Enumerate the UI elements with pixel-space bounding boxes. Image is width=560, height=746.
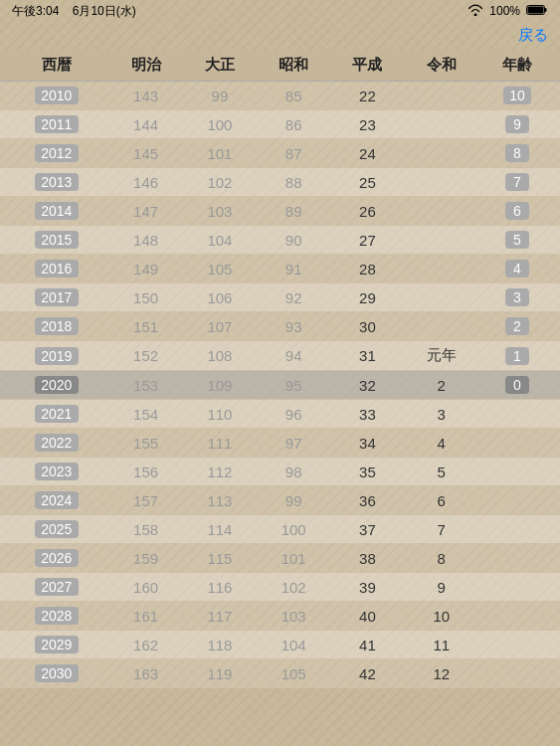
cell-year: 2030 <box>0 659 108 688</box>
cell-year: 2018 <box>0 312 108 341</box>
table-row: 2026159115101388 <box>0 544 560 573</box>
cell-heisei: 31 <box>330 341 404 371</box>
cell-year: 2024 <box>0 486 108 515</box>
table-row: 20191521089431元年1 <box>0 341 560 371</box>
table-row: 20301631191054212 <box>0 659 560 688</box>
cell-year: 2021 <box>0 400 108 429</box>
cell-heisei: 37 <box>330 515 404 544</box>
cell-heisei: 41 <box>330 631 404 659</box>
cell-heisei: 25 <box>330 168 404 197</box>
cell-showa: 96 <box>257 400 330 429</box>
table-row: 202115411096333 <box>0 400 560 429</box>
cell-taisho: 111 <box>183 429 257 458</box>
cell-year: 2011 <box>0 110 108 139</box>
cell-reiwa: 7 <box>405 515 478 544</box>
cell-taisho: 99 <box>183 82 257 110</box>
cell-age <box>478 631 560 659</box>
cell-age: 4 <box>478 255 560 283</box>
cell-reiwa: 4 <box>405 429 478 458</box>
cell-showa: 97 <box>257 429 330 458</box>
cell-taisho: 110 <box>183 400 257 429</box>
cell-taisho: 103 <box>183 197 257 226</box>
cell-meiji: 159 <box>108 544 182 573</box>
cell-meiji: 163 <box>108 659 182 688</box>
nav-bar: 戻る <box>0 22 560 50</box>
cell-meiji: 149 <box>108 255 182 283</box>
cell-reiwa: 6 <box>405 486 478 515</box>
cell-showa: 103 <box>257 602 330 631</box>
table-body: 2010143998522102011144100862392012145101… <box>0 82 560 688</box>
cell-age: 5 <box>478 226 560 255</box>
cell-year: 2029 <box>0 631 108 659</box>
cell-heisei: 38 <box>330 544 404 573</box>
cell-heisei: 33 <box>330 400 404 429</box>
table-row: 201815110793302 <box>0 312 560 341</box>
cell-year: 2019 <box>0 341 108 371</box>
cell-meiji: 145 <box>108 139 182 168</box>
cell-reiwa <box>405 82 478 110</box>
cell-heisei: 34 <box>330 429 404 458</box>
cell-showa: 102 <box>257 573 330 602</box>
cell-heisei: 28 <box>330 255 404 283</box>
cell-taisho: 115 <box>183 544 257 573</box>
status-bar: 午後3:04 6月10日(水) 100% <box>0 0 560 22</box>
cell-year: 2017 <box>0 283 108 312</box>
cell-meiji: 148 <box>108 226 182 255</box>
wifi-icon <box>467 4 483 19</box>
cell-taisho: 105 <box>183 255 257 283</box>
cell-showa: 105 <box>257 659 330 688</box>
table-row: 2027160116102399 <box>0 573 560 602</box>
table-row: 202415711399366 <box>0 486 560 515</box>
table-row: 202315611298355 <box>0 458 560 486</box>
cell-meiji: 155 <box>108 429 182 458</box>
table-row: 201414710389266 <box>0 197 560 226</box>
cell-showa: 86 <box>257 110 330 139</box>
cell-taisho: 108 <box>183 341 257 371</box>
cell-heisei: 36 <box>330 486 404 515</box>
col-header-age: 年齢 <box>478 50 560 82</box>
cell-meiji: 147 <box>108 197 182 226</box>
cell-meiji: 156 <box>108 458 182 486</box>
cell-heisei: 40 <box>330 602 404 631</box>
cell-year: 2016 <box>0 255 108 283</box>
table-row: 2020153109953220 <box>0 371 560 400</box>
col-header-heisei: 平成 <box>330 50 404 82</box>
cell-showa: 95 <box>257 371 330 400</box>
cell-meiji: 161 <box>108 602 182 631</box>
cell-age <box>478 429 560 458</box>
cell-meiji: 158 <box>108 515 182 544</box>
cell-year: 2028 <box>0 602 108 631</box>
cell-meiji: 151 <box>108 312 182 341</box>
cell-meiji: 153 <box>108 371 182 400</box>
cell-showa: 92 <box>257 283 330 312</box>
table-header: 西暦 明治 大正 昭和 平成 令和 年齢 <box>0 50 560 82</box>
cell-meiji: 152 <box>108 341 182 371</box>
cell-showa: 85 <box>257 82 330 110</box>
status-time: 午後3:04 6月10日(水) <box>12 3 136 20</box>
back-button[interactable]: 戻る <box>518 26 548 45</box>
cell-reiwa: 11 <box>405 631 478 659</box>
cell-showa: 89 <box>257 197 330 226</box>
svg-rect-1 <box>545 8 547 12</box>
cell-taisho: 100 <box>183 110 257 139</box>
cell-age <box>478 515 560 544</box>
status-right: 100% <box>467 4 548 19</box>
cell-reiwa: 3 <box>405 400 478 429</box>
cell-reiwa <box>405 226 478 255</box>
cell-meiji: 154 <box>108 400 182 429</box>
cell-meiji: 162 <box>108 631 182 659</box>
cell-year: 2027 <box>0 573 108 602</box>
calendar-table: 西暦 明治 大正 昭和 平成 令和 年齢 2010143998522102011… <box>0 50 560 688</box>
cell-taisho: 102 <box>183 168 257 197</box>
cell-meiji: 144 <box>108 110 182 139</box>
cell-taisho: 109 <box>183 371 257 400</box>
cell-meiji: 146 <box>108 168 182 197</box>
cell-reiwa <box>405 110 478 139</box>
cell-year: 2014 <box>0 197 108 226</box>
cell-heisei: 30 <box>330 312 404 341</box>
cell-reiwa <box>405 168 478 197</box>
cell-showa: 104 <box>257 631 330 659</box>
cell-meiji: 157 <box>108 486 182 515</box>
cell-showa: 93 <box>257 312 330 341</box>
table-row: 201614910591284 <box>0 255 560 283</box>
